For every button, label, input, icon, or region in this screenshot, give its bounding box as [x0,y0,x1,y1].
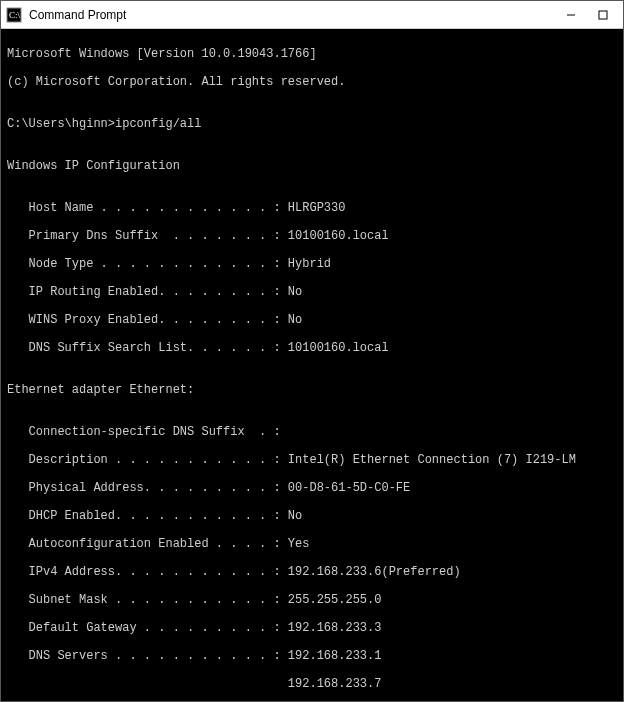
dns-servers-line: DNS Servers . . . . . . . . . . . : 192.… [7,649,617,663]
dhcp-enabled-line: DHCP Enabled. . . . . . . . . . . : No [7,509,617,523]
svg-rect-3 [599,11,607,19]
wins-proxy-line: WINS Proxy Enabled. . . . . . . . : No [7,313,617,327]
copyright-line: (c) Microsoft Corporation. All rights re… [7,75,617,89]
prompt-command-line: C:\Users\hginn>ipconfig/all [7,117,617,131]
subnet-mask-line: Subnet Mask . . . . . . . . . . . : 255.… [7,593,617,607]
host-name-line: Host Name . . . . . . . . . . . . : HLRG… [7,201,617,215]
dns-servers-cont-line: 192.168.233.7 [7,677,617,691]
node-type-line: Node Type . . . . . . . . . . . . : Hybr… [7,257,617,271]
window-title: Command Prompt [29,8,555,22]
primary-dns-suffix-line: Primary Dns Suffix . . . . . . . : 10100… [7,229,617,243]
autoconfig-line: Autoconfiguration Enabled . . . . : Yes [7,537,617,551]
svg-text:C:\: C:\ [9,10,21,20]
description-line: Description . . . . . . . . . . . : Inte… [7,453,617,467]
ipv4-address-line: IPv4 Address. . . . . . . . . . . : 192.… [7,565,617,579]
ip-routing-line: IP Routing Enabled. . . . . . . . : No [7,285,617,299]
titlebar[interactable]: C:\ Command Prompt [1,1,623,29]
default-gateway-line: Default Gateway . . . . . . . . . : 192.… [7,621,617,635]
maximize-button[interactable] [587,1,619,29]
adapter-header: Ethernet adapter Ethernet: [7,383,617,397]
physical-address-line: Physical Address. . . . . . . . . : 00-D… [7,481,617,495]
dns-suffix-search-line: DNS Suffix Search List. . . . . . : 1010… [7,341,617,355]
section-header: Windows IP Configuration [7,159,617,173]
command-prompt-window: C:\ Command Prompt Microsoft Windows [Ve… [0,0,624,702]
window-controls [555,1,619,29]
version-line: Microsoft Windows [Version 10.0.19043.17… [7,47,617,61]
conn-dns-suffix-line: Connection-specific DNS Suffix . : [7,425,617,439]
minimize-button[interactable] [555,1,587,29]
cmd-icon: C:\ [5,6,23,24]
terminal-output[interactable]: Microsoft Windows [Version 10.0.19043.17… [1,29,623,701]
